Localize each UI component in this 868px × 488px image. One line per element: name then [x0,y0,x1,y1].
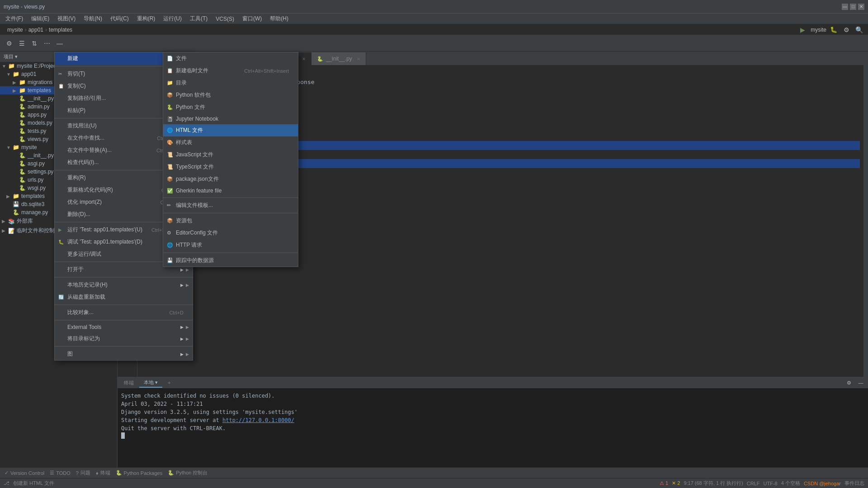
scratch-icon: 📝 [8,228,15,234]
hide-btn[interactable]: — [54,38,65,49]
submenu-python-file[interactable]: 🐍 Python 文件 [163,101,298,113]
terminal-label2: 终端 [100,469,110,476]
window-controls[interactable]: — □ ✕ [842,4,864,10]
maximize-button[interactable]: □ [850,4,856,10]
tab-close-views[interactable]: ✕ [302,56,306,61]
submenu-resource-bundle[interactable]: 📦 资源包 [163,215,298,227]
submenu-file[interactable]: 📄 文件 [163,52,298,65]
problems-btn[interactable]: ? 问题 [73,469,93,476]
tab-close-init[interactable]: ✕ [357,56,360,61]
terminal-close-btn[interactable]: — [855,377,866,388]
ctx-external-tools[interactable]: External Tools ▶ [55,322,193,333]
submenu-js[interactable]: 📜 JavaScript 文件 [163,149,298,161]
menu-run[interactable]: 运行(U) [160,14,185,23]
http-icon: 🌐 [167,242,173,248]
breadcrumb-mysite[interactable]: mysite [7,27,23,33]
ctx-optimize-label: 优化 import(Z) [67,198,102,206]
ctx-refactor-label: 重构(R) [67,174,86,182]
search-button[interactable]: 🔍 [854,24,864,35]
ctx-compare[interactable]: 比较对象... Ctrl+D [55,306,193,319]
submenu-html[interactable]: 🌐 HTML 文件 [163,124,298,136]
menu-navigate[interactable]: 导航(N) [80,14,106,23]
terminal[interactable]: System check identified no issues (0 sil… [118,388,868,467]
menu-file[interactable]: 文件(F) [2,14,27,23]
breadcrumb-templates[interactable]: templates [49,27,72,33]
project-settings-btn[interactable]: ⚙ [4,38,14,49]
status-info: 创建新 HTML 文件 [13,480,54,487]
todo-btn[interactable]: ☰ TODO [47,470,73,476]
submenu-scratch-label: 新建临时文件 [176,67,208,75]
menu-refactor[interactable]: 重构(R) [133,14,159,23]
submenu-http-request[interactable]: 🌐 HTTP 请求 [163,239,298,251]
menu-help[interactable]: 帮助(H) [266,14,292,23]
tree-label-init2: __init__.py [28,152,54,159]
terminal-btn2[interactable]: ♦ 终端 [93,469,113,476]
run-button[interactable]: ▶ [800,26,805,33]
tab-label-init: __init__.py [326,56,352,62]
menu-window[interactable]: 窗口(W) [239,14,265,23]
encoding[interactable]: UTF-8 [764,481,778,486]
submenu-datasource[interactable]: 💾 跟踪中的数据源 [163,254,298,267]
expand-arrow: ▼ [2,64,8,69]
bottom-tab-terminal[interactable]: 终端 [119,379,138,387]
submenu-css[interactable]: 🎨 样式表 [163,136,298,149]
breadcrumb-app01[interactable]: app01 [28,27,43,33]
ctx-find-usages-label: 查找用法(U) [67,122,97,130]
version-control-btn[interactable]: ✓ Version Control [2,470,47,476]
status-git-icon: ⎇ [4,480,9,486]
server-link[interactable]: http://127.0.0.1:8000/ [222,417,294,423]
submenu-gherkin[interactable]: ✅ Gherkin feature file [163,185,298,196]
error-count[interactable]: ⚠ 1 [660,480,668,486]
csdn-badge: CSDN @jehogar [804,481,841,486]
warning-count[interactable]: ✕ 2 [672,480,680,486]
debug-button[interactable]: 🐛 [828,24,839,35]
terminal-settings-btn[interactable]: ⚙ [844,377,854,388]
ctx-reload[interactable]: 🔄 从磁盘重新加载 [55,291,193,303]
menu-edit[interactable]: 编辑(E) [28,14,53,23]
ctx-diagram[interactable]: 图 ▶ [55,348,193,360]
sort-btn[interactable]: ⇅ [29,38,40,49]
ts-icon: 📜 [167,164,173,170]
submenu-editorconfig[interactable]: ⚙ EditorConfig 文件 [163,227,298,239]
ctx-copy-icon: 📋 [58,84,64,89]
submenu-python-package[interactable]: 📦 Python 软件包 [163,89,298,101]
ctx-mark-dir[interactable]: 将目录标记为 ▶ [55,333,193,345]
submenu-scratch-shortcut: Ctrl+Alt+Shift+Insert [244,68,289,74]
menu-code[interactable]: 代码(C) [107,14,132,23]
python-console-btn[interactable]: 🐍 Python 控制台 [165,469,210,476]
py-icon: 🐍 [19,152,26,159]
submenu-jupyter[interactable]: 📓 Jupyter Notebook [163,113,298,124]
tab-init[interactable]: 🐍 __init__.py ✕ [311,52,366,65]
indent-size[interactable]: 4 个空格 [781,480,800,487]
close-button[interactable]: ✕ [858,4,864,10]
ctx-find-in-files-label: 在文件中查找... [67,134,104,142]
dir-icon: 📁 [167,80,173,86]
submenu-edit-templates[interactable]: ✏ 编辑文件模板... [163,199,298,211]
python-packages-btn[interactable]: 🐍 Python Packages [113,470,165,476]
menu-view[interactable]: 视图(V) [54,14,79,23]
filter-btn[interactable]: ⋯ [42,38,52,49]
line-endings[interactable]: CRLF [747,481,760,486]
minimize-button[interactable]: — [842,4,848,10]
submenu-ts[interactable]: 📜 TypeScript 文件 [163,161,298,173]
settings-button[interactable]: ⚙ [841,24,852,35]
pkg-json-icon: 📦 [167,176,173,182]
menu-tools[interactable]: 工具(T) [186,14,211,23]
bottom-tab-local[interactable]: 本地 ▾ [139,378,162,388]
ctx-copy-path-label: 复制路径/引用... [67,94,106,102]
ctx-local-history[interactable]: 本地历史记录(H) ▶ [55,279,193,291]
menu-vcs[interactable]: VCS(S) [212,15,238,23]
collapse-btn[interactable]: ☰ [16,38,27,49]
tree-label-apps: apps.py [28,112,47,118]
expand-arrow: ▶ [2,219,8,224]
submenu-pypkg-label: Python 软件包 [176,91,211,99]
submenu-package-json[interactable]: 📦 package.json文件 [163,173,298,185]
submenu-directory[interactable]: 📁 目录 [163,77,298,89]
ctx-new-label: 新建 [67,55,78,62]
bottom-tab-add[interactable]: + [163,379,175,386]
submenu-scratch[interactable]: 📋 新建临时文件 Ctrl+Alt+Shift+Insert [163,65,298,77]
term-line-5: Quit the server with CTRL-BREAK. [121,424,864,432]
editor-scrollbar[interactable] [863,65,868,377]
run-config-label: mysite [811,27,826,33]
submenu-edit-tpl-label: 编辑文件模板... [176,202,213,209]
